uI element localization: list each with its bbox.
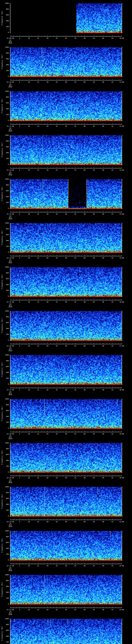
- x-tick-minor: [54, 519, 54, 520]
- x-tick-minor: [60, 475, 60, 476]
- y-tick-left: [9, 164, 10, 164]
- x-tick-label: 10: [28, 126, 30, 127]
- y-tick-left: [10, 513, 10, 513]
- y-axis-title: Frequency (Hz): [1, 626, 3, 641]
- y-tick-left: [10, 600, 10, 600]
- x-tick-label: 50: [102, 565, 104, 566]
- x-tick-minor: [35, 80, 35, 80]
- x-tick-label: 15: [37, 169, 39, 171]
- y-tick-label: 800: [6, 404, 9, 406]
- x-tick-minor: [100, 124, 100, 124]
- y-tick-label: 600: [6, 498, 9, 499]
- x-tick-label: 15: [37, 126, 39, 127]
- y-axis-line-left: [10, 443, 10, 473]
- y-axis-title: Frequency (Hz): [1, 318, 3, 333]
- x-tick-major: [10, 387, 10, 388]
- x-tick-label: 10: [28, 257, 30, 259]
- y-axis-line-left: [10, 267, 10, 297]
- y-axis-title: Frequency (Hz): [1, 538, 3, 553]
- y-tick-label: 600: [6, 102, 9, 104]
- y-tick-left: [9, 361, 10, 361]
- y-tick-right: [122, 538, 122, 538]
- x-tick-label: 5: [19, 477, 20, 478]
- x-tick-minor: [41, 212, 42, 212]
- x-tick-label: 55: [112, 389, 113, 391]
- x-tick-major: [84, 79, 85, 80]
- spectrogram-panel: Frequency (Hz) 1000800600400200051015202…: [0, 220, 132, 264]
- x-tick-minor: [109, 124, 110, 124]
- y-tick-left: [10, 201, 10, 201]
- x-tick-label: 55: [112, 521, 113, 522]
- y-tick-right: [122, 223, 123, 223]
- y-tick-label: 800: [6, 580, 9, 582]
- x-tick-minor: [60, 431, 60, 432]
- y-tick-right: [122, 22, 122, 22]
- x-tick-minor: [35, 607, 35, 608]
- x-tick-major: [75, 387, 76, 388]
- x-tick-minor: [91, 124, 91, 124]
- y-axis-line-left: [10, 311, 10, 341]
- y-tick-left: [9, 208, 10, 208]
- x-tick-minor: [41, 256, 42, 256]
- y-tick-right: [122, 283, 122, 283]
- y-tick-right: [122, 268, 122, 269]
- x-tick-minor: [100, 212, 100, 212]
- x-tick-label: 25: [56, 257, 58, 259]
- y-tick-left: [10, 205, 10, 206]
- x-tick-label: 55: [112, 609, 113, 610]
- y-tick-right: [122, 542, 123, 543]
- x-tick-minor: [26, 563, 26, 564]
- x-tick-label: 40: [84, 301, 86, 303]
- y-tick-right: [122, 550, 122, 550]
- x-end-time-label: 12:00: [119, 126, 124, 127]
- y-tick-right: [122, 576, 122, 576]
- x-tick-minor: [50, 168, 51, 168]
- x-axis-line: [10, 432, 122, 432]
- y-tick-left: [9, 70, 10, 71]
- x-tick-minor: [69, 256, 69, 256]
- y-tick-right: [122, 5, 122, 5]
- y-tick-left: [10, 453, 10, 453]
- x-tick-minor: [16, 36, 17, 36]
- x-tick-label: 30: [65, 213, 67, 215]
- x-tick-label: 20: [46, 82, 48, 83]
- x-tick-major: [94, 167, 94, 168]
- x-tick-minor: [54, 344, 54, 344]
- y-axis-line-left: [10, 355, 10, 385]
- x-tick-major: [66, 387, 66, 388]
- x-tick-minor: [54, 256, 54, 256]
- x-axis-line: [10, 124, 122, 124]
- y-axis-title: Frequency (Hz): [1, 450, 3, 465]
- y-tick-left: [10, 22, 10, 22]
- y-axis-title: Frequency (Hz): [1, 274, 3, 289]
- y-tick-left: [9, 97, 10, 97]
- y-tick-right: [122, 97, 123, 97]
- y-tick-label: 400: [6, 64, 9, 66]
- y-tick-left: [10, 490, 10, 490]
- y-tick-left: [9, 619, 10, 619]
- y-tick-left: [10, 180, 10, 181]
- y-tick-label: 200: [6, 290, 9, 291]
- x-tick-minor: [50, 607, 51, 608]
- y-tick-label: 200: [6, 26, 9, 28]
- x-tick-minor: [116, 212, 116, 212]
- x-start-date-line: 2016: [8, 42, 12, 44]
- x-tick-minor: [91, 431, 91, 432]
- x-tick-label: 15: [37, 345, 39, 347]
- x-tick-major: [103, 431, 103, 432]
- y-tick-left: [10, 286, 10, 286]
- y-tick-label: 800: [6, 140, 9, 142]
- x-tick-label: 20: [46, 213, 48, 215]
- x-tick-minor: [50, 563, 51, 564]
- x-start-time-label: 15:22:00: [6, 609, 14, 610]
- y-axis-line-right: [122, 619, 122, 644]
- y-tick-right: [122, 192, 122, 192]
- y-axis-title: Frequency (Hz): [1, 54, 3, 69]
- y-tick-left: [9, 472, 10, 472]
- y-tick-left: [10, 272, 10, 272]
- x-tick-minor: [116, 431, 116, 432]
- x-tick-label: 30: [65, 38, 67, 39]
- x-tick-minor: [69, 431, 69, 432]
- y-tick-left: [10, 414, 10, 414]
- x-tick-minor: [16, 431, 17, 432]
